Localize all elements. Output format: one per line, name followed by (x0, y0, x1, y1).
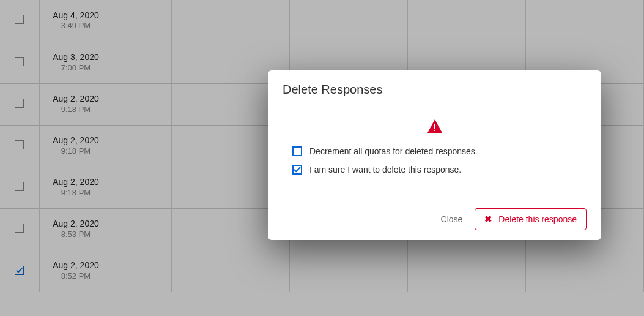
confirm-delete-label: I am sure I want to delete this response… (309, 165, 461, 175)
modal-title: Delete Responses (283, 83, 587, 97)
delete-responses-modal: Delete Responses Decrement all quotas fo… (268, 70, 601, 240)
option-confirm-delete: I am sure I want to delete this response… (292, 165, 587, 175)
delete-button-label: Delete this response (498, 214, 577, 224)
warning-icon (283, 119, 587, 135)
svg-rect-1 (434, 130, 435, 131)
option-decrement-quotas: Decrement all quotas for deleted respons… (292, 146, 587, 156)
decrement-quotas-label: Decrement all quotas for deleted respons… (309, 146, 478, 156)
x-icon: ✖ (484, 214, 492, 224)
modal-overlay: Delete Responses Decrement all quotas fo… (0, 0, 644, 316)
modal-footer: Close ✖ Delete this response (268, 198, 601, 240)
delete-this-response-button[interactable]: ✖ Delete this response (475, 208, 587, 230)
modal-body: Decrement all quotas for deleted respons… (268, 108, 601, 198)
decrement-quotas-checkbox[interactable] (292, 146, 302, 156)
close-button[interactable]: Close (439, 209, 465, 229)
confirm-delete-checkbox[interactable] (292, 165, 302, 175)
svg-rect-0 (434, 124, 435, 129)
modal-header: Delete Responses (268, 70, 601, 108)
